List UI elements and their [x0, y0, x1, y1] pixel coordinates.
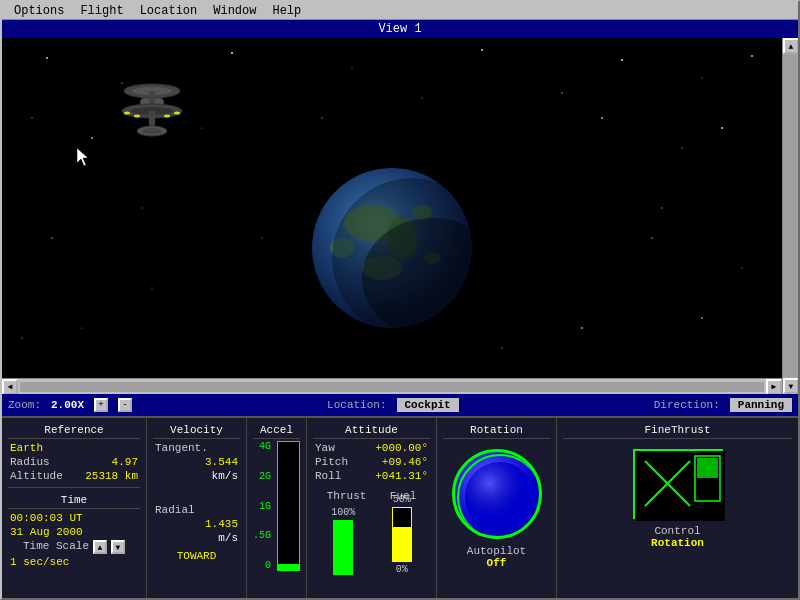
v-scrollbar[interactable]: ▲ ▼: [782, 38, 798, 394]
svg-point-23: [501, 347, 502, 348]
fuel-0pct: 0%: [396, 564, 408, 575]
accel-0g: 0: [253, 560, 271, 571]
viewport[interactable]: ◀ ▶: [2, 38, 782, 394]
svg-rect-60: [697, 458, 718, 478]
svg-point-5: [481, 49, 483, 51]
autopilot-label: Autopilot: [443, 545, 550, 557]
thrust-label: Thrust: [327, 490, 367, 502]
time-title: Time: [8, 492, 140, 509]
svg-point-16: [51, 237, 53, 239]
svg-point-3: [231, 52, 233, 54]
yaw-value: +000.00°: [375, 442, 428, 454]
svg-point-10: [31, 117, 32, 118]
velocity-title: Velocity: [153, 422, 240, 439]
svg-point-9: [751, 55, 753, 57]
scroll-right-btn[interactable]: ▶: [766, 379, 782, 395]
menu-flight[interactable]: Flight: [72, 3, 131, 19]
h-scrollbar[interactable]: ◀ ▶: [2, 378, 782, 394]
zoom-bar: Zoom: 2.00X + - Location: Cockpit Direct…: [2, 394, 798, 416]
scale-value: 1 sec/sec: [10, 556, 69, 568]
svg-point-25: [421, 97, 422, 98]
rotation-section: Rotation Au: [437, 418, 557, 600]
tangent-value: 3.544: [205, 456, 238, 468]
svg-point-4: [352, 68, 353, 69]
earth-value: Earth: [10, 442, 43, 454]
menu-help[interactable]: Help: [264, 3, 309, 19]
pitch-label: Pitch: [315, 456, 348, 468]
main-window: Options Flight Location Window Help View…: [0, 0, 800, 600]
zoom-value: 2.00X: [51, 399, 84, 411]
menu-location[interactable]: Location: [132, 3, 206, 19]
control-value: Rotation: [563, 537, 792, 549]
scroll-left-btn[interactable]: ◀: [2, 379, 18, 395]
title-bar: View 1: [2, 20, 798, 38]
h-scroll-track[interactable]: [20, 382, 764, 392]
svg-point-2: [121, 82, 122, 83]
accel-1g: 1G: [253, 501, 271, 512]
v-scroll-track[interactable]: [783, 54, 799, 378]
direction-value: TOWARD: [177, 550, 217, 562]
scale-label: Time Scale: [23, 540, 89, 554]
control-label: Control: [563, 525, 792, 537]
finethrust-display: [633, 449, 723, 519]
finethrust-section: FineThrust Control Rotation: [557, 418, 798, 600]
svg-point-26: [321, 117, 323, 119]
svg-point-14: [681, 147, 682, 148]
gyro-display: [452, 449, 542, 539]
svg-point-45: [124, 112, 130, 115]
scroll-down-btn[interactable]: ▼: [783, 378, 799, 394]
svg-point-52: [142, 128, 162, 134]
space-background: [2, 38, 782, 394]
altitude-label: Altitude: [10, 470, 63, 482]
radial-unit: m/s: [218, 532, 238, 544]
roll-value: +041.31°: [375, 470, 428, 482]
scale-up-btn[interactable]: ▲: [93, 540, 107, 554]
radius-value: 4.97: [112, 456, 138, 468]
menu-bar: Options Flight Location Window Help: [2, 2, 798, 20]
time-value: 00:00:03 UT: [10, 512, 83, 524]
svg-point-19: [701, 317, 703, 319]
location-value: Cockpit: [397, 398, 459, 412]
radius-label: Radius: [10, 456, 50, 468]
menu-options[interactable]: Options: [6, 3, 72, 19]
scale-down-btn[interactable]: ▼: [111, 540, 125, 554]
svg-rect-42: [149, 91, 155, 105]
autopilot-value: Off: [443, 557, 550, 569]
direction-value: Panning: [730, 398, 792, 412]
svg-point-7: [621, 59, 623, 61]
svg-point-11: [91, 137, 93, 139]
pitch-value: +09.46°: [382, 456, 428, 468]
thrust-pct: 100%: [331, 507, 355, 518]
svg-point-49: [174, 112, 180, 115]
radial-value: 1.435: [205, 518, 238, 530]
svg-point-20: [742, 268, 743, 269]
svg-point-13: [601, 117, 603, 119]
menu-window[interactable]: Window: [205, 3, 264, 19]
accel-2g: 2G: [253, 471, 271, 482]
velocity-section: Velocity Tangent. 3.544 km/s Radial 1.43…: [147, 418, 247, 600]
zoom-plus-btn[interactable]: +: [94, 398, 108, 412]
attitude-title: Attitude: [313, 422, 430, 439]
reference-title: Reference: [8, 422, 140, 439]
rotation-title: Rotation: [443, 422, 550, 439]
location-label: Location:: [327, 399, 386, 411]
scroll-up-btn[interactable]: ▲: [783, 38, 799, 54]
velocity-unit: km/s: [212, 470, 238, 482]
accel-05g: .5G: [253, 530, 271, 541]
tangent-label: Tangent.: [155, 442, 208, 454]
window-title: View 1: [378, 22, 421, 36]
radial-label: Radial: [155, 504, 195, 516]
svg-point-55: [465, 462, 535, 532]
finethrust-title: FineThrust: [563, 422, 792, 439]
attitude-section: Attitude Yaw +000.00° Pitch +09.46° Roll…: [307, 418, 437, 600]
svg-point-6: [561, 92, 562, 93]
svg-point-28: [141, 207, 142, 208]
zoom-minus-btn[interactable]: -: [118, 398, 132, 412]
accel-section: Accel 4G 2G 1G .5G 0: [247, 418, 307, 600]
accel-4g: 4G: [253, 441, 271, 452]
control-panel: Reference Earth Radius 4.97 Altitude 253…: [2, 416, 798, 600]
svg-point-22: [82, 328, 83, 329]
svg-point-1: [46, 57, 48, 59]
reference-section: Reference Earth Radius 4.97 Altitude 253…: [2, 418, 147, 600]
date-value: 31 Aug 2000: [10, 526, 83, 538]
